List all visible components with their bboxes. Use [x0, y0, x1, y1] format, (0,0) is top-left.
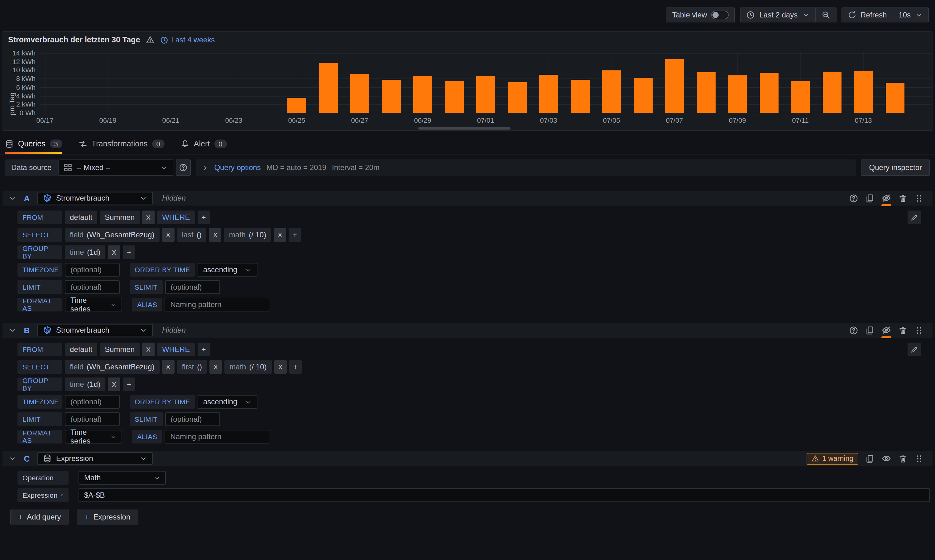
order-by-time-value: ascending — [203, 397, 237, 406]
timezone-input[interactable] — [65, 395, 120, 409]
datasource-picker[interactable]: -- Mixed -- — [58, 160, 173, 176]
drag-handle[interactable] — [915, 454, 924, 463]
limit-input[interactable] — [65, 280, 120, 294]
remove-chip-button[interactable]: X — [108, 245, 120, 259]
alias-input[interactable] — [165, 298, 269, 311]
order-by-time-select[interactable]: ascending — [197, 395, 258, 409]
refresh-interval-button[interactable]: 10s — [892, 8, 928, 22]
chevron-down-icon — [110, 301, 117, 308]
retention-policy-chip[interactable]: default — [65, 343, 97, 356]
timezone-input[interactable] — [65, 263, 120, 277]
add-condition-button[interactable]: + — [197, 211, 210, 224]
operation-select[interactable]: Math — [79, 471, 166, 485]
edit-raw-query-button[interactable] — [907, 211, 921, 224]
aggregate-chip[interactable]: first() — [177, 360, 207, 374]
remove-chip-button[interactable]: X — [210, 360, 222, 374]
add-select-part-button[interactable]: + — [289, 228, 301, 242]
copy-icon — [865, 194, 875, 203]
query-help-button[interactable] — [849, 194, 858, 203]
tab-alert[interactable]: Alert 0 — [181, 133, 227, 154]
toggle-visibility-button[interactable] — [881, 454, 891, 463]
math-chip[interactable]: math(/ 10) — [224, 228, 271, 242]
remove-chip-button[interactable]: X — [108, 377, 120, 391]
where-label-chip[interactable]: WHERE — [157, 343, 195, 356]
panel-warning-icon[interactable] — [145, 35, 154, 44]
toggle-visibility-button[interactable] — [881, 325, 891, 335]
datasource-help-button[interactable] — [176, 160, 190, 176]
measurement-chip[interactable]: Summen — [100, 211, 140, 224]
x-tick-label: 07/03 — [530, 117, 567, 124]
add-select-part-button[interactable]: + — [289, 360, 302, 374]
edit-raw-query-button[interactable] — [907, 343, 921, 356]
query-options-toggle[interactable]: Query options — [214, 163, 261, 172]
field-chip[interactable]: field(Wh_GesamtBezug) — [65, 228, 159, 242]
slimit-input[interactable] — [165, 280, 220, 294]
chart-bar — [759, 72, 778, 113]
add-condition-button[interactable]: + — [197, 343, 210, 356]
duplicate-query-button[interactable] — [865, 454, 875, 463]
query-inspector-button[interactable]: Query inspector — [861, 160, 930, 176]
tab-transformations[interactable]: Transformations 0 — [79, 133, 165, 154]
collapse-chevron-icon[interactable] — [9, 455, 16, 462]
remove-query-button[interactable] — [898, 194, 907, 203]
remove-chip-button[interactable]: X — [274, 360, 287, 374]
grafana-panel-editor: Table view Last 2 days Refresh 10s — [0, 0, 935, 560]
remove-chip-button[interactable]: X — [142, 343, 154, 356]
remove-chip-button[interactable]: X — [162, 360, 174, 374]
tab-queries[interactable]: Queries 3 — [5, 133, 62, 154]
toggle-visibility-button[interactable] — [881, 193, 891, 203]
zoom-out-button[interactable] — [815, 8, 836, 22]
add-query-button[interactable]: + Add query — [10, 509, 69, 525]
fn-name: time — [70, 380, 84, 389]
collapse-chevron-icon[interactable] — [9, 326, 16, 334]
panel-header[interactable]: Stromverbrauch der letzten 30 Tage Last … — [3, 32, 932, 48]
field-chip[interactable]: field(Wh_GesamtBezug) — [65, 360, 159, 374]
time-interval-chip[interactable]: time(1d) — [65, 245, 105, 259]
format-as-select[interactable]: Time series — [65, 298, 122, 311]
time-range-button[interactable]: Last 2 days — [741, 8, 815, 22]
table-view-toggle-group[interactable]: Table view — [666, 8, 735, 22]
aggregate-chip[interactable]: last() — [177, 228, 206, 242]
query-b-datasource-picker[interactable]: Stromverbrauch — [37, 324, 153, 336]
info-icon[interactable] — [62, 491, 63, 499]
remove-chip-button[interactable]: X — [162, 228, 174, 242]
format-as-select[interactable]: Time series — [65, 430, 122, 443]
limit-input[interactable] — [65, 412, 120, 426]
order-by-time-select[interactable]: ascending — [197, 263, 258, 277]
fn-name: field — [70, 363, 83, 371]
chevron-down-icon — [153, 474, 160, 481]
alias-input[interactable] — [165, 430, 269, 443]
panel-time-override[interactable]: Last 4 weeks — [160, 35, 215, 44]
measurement-chip[interactable]: Summen — [100, 343, 140, 356]
query-c-datasource-picker[interactable]: Expression — [37, 452, 153, 465]
time-interval-chip[interactable]: time(1d) — [65, 377, 105, 391]
remove-chip-button[interactable]: X — [142, 211, 154, 224]
retention-policy-chip[interactable]: default — [65, 211, 97, 224]
refresh-button[interactable]: Refresh — [842, 8, 892, 22]
remove-query-button[interactable] — [898, 326, 907, 335]
y-tick-label: 6 kWh — [5, 83, 35, 91]
duplicate-query-button[interactable] — [865, 194, 875, 203]
math-chip[interactable]: math(/ 10) — [224, 360, 272, 374]
grip-dots-icon — [915, 454, 924, 463]
query-a-datasource-picker[interactable]: Stromverbrauch — [37, 192, 153, 204]
remove-query-button[interactable] — [898, 454, 907, 463]
expression-input[interactable] — [79, 488, 930, 502]
chart-horizontal-scrollbar[interactable] — [418, 127, 511, 129]
collapse-chevron-icon[interactable] — [9, 194, 16, 202]
drag-handle[interactable] — [915, 194, 924, 203]
drag-handle[interactable] — [915, 326, 924, 335]
table-view-switch[interactable] — [711, 11, 729, 19]
remove-chip-button[interactable]: X — [209, 228, 222, 242]
add-expression-button[interactable]: + Expression — [76, 509, 138, 525]
query-a-header: A Stromverbrauch Hidden — [3, 191, 932, 206]
add-group-by-button[interactable]: + — [123, 377, 135, 391]
slimit-input[interactable] — [165, 412, 220, 426]
duplicate-query-button[interactable] — [865, 326, 875, 335]
remove-chip-button[interactable]: X — [274, 228, 286, 242]
where-label-chip[interactable]: WHERE — [157, 211, 195, 224]
query-help-button[interactable] — [849, 326, 858, 335]
chart-bar — [886, 83, 904, 113]
warning-badge[interactable]: 1 warning — [807, 452, 858, 465]
add-group-by-button[interactable]: + — [123, 245, 135, 259]
